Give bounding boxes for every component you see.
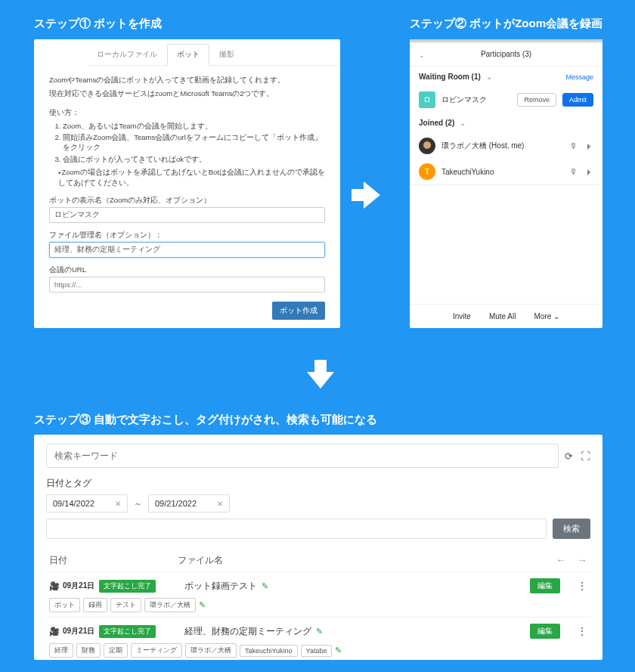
howto-list: Zoom、あるいはTeamの会議を開始します。 開始済みZoom会議、Teams… [49,121,325,164]
remove-button[interactable]: Remove [517,93,556,107]
chevron-down-icon: ⌄ [486,73,492,81]
tag[interactable]: テスト [110,598,141,612]
mute-all-button[interactable]: Mute All [489,312,516,321]
filename-input[interactable] [49,242,325,258]
search-keyword-input[interactable] [46,444,559,468]
tab-local-file[interactable]: ローカルファイル [87,44,167,65]
row-date: 09月21日 [63,626,94,636]
more-button[interactable]: More ⌄ [534,312,559,321]
clear-icon[interactable]: ✕ [217,500,223,508]
arrow-right-icon [364,181,380,209]
edit-icon[interactable]: ✎ [262,581,268,591]
tag[interactable]: 財務 [76,643,101,658]
joined-label: Joined (2) [419,119,454,127]
prev-icon[interactable]: ← [556,554,566,567]
list-header: 日付 ファイル名 ← → [46,550,590,571]
mic-icon[interactable]: 🎙 [569,141,578,150]
url-label: 会議のURL [49,265,325,275]
file-title[interactable]: 経理、財務の定期ミーティング ✎ [184,625,323,638]
edit-button[interactable]: 編集 [530,624,560,639]
mic-icon[interactable]: 🎙 [569,167,578,176]
botname-input[interactable] [49,207,325,223]
howto-item: 開始済みZoom会議、Teams会議のurlをフォームにコピーして「ボット作成」… [63,132,325,153]
avatar [419,138,435,154]
tag[interactable]: 定期 [104,643,128,658]
clear-icon[interactable]: ✕ [115,500,121,508]
participants-title: Participants (3) [481,50,531,58]
more-icon[interactable]: ⋮ [577,580,587,592]
tag-row: ボット録画テスト環ラボ／大橋 ✎ [49,598,587,612]
video-icon[interactable]: ⏵ [585,167,593,176]
tilde: ～ [134,498,142,509]
more-icon[interactable]: ⋮ [577,625,587,637]
step3-card: ⟳ ⛶ 日付とタグ 09/14/2022 ✕ ～ 09/21/2022 ✕ 検索… [34,435,602,660]
video-icon: 🎥 [49,581,60,591]
date-to-value: 09/21/2022 [155,499,197,508]
fullscreen-icon[interactable]: ⛶ [581,451,590,462]
status-badge: 文字起こし完了 [99,580,156,593]
search-button[interactable]: 検索 [553,519,590,539]
joined-participant-row: T TakeuchiYukino 🎙⏵ [410,159,602,184]
arrow-down-icon [307,372,334,389]
create-bot-button[interactable]: ボット作成 [272,302,325,320]
file-title[interactable]: ボット録画テスト ✎ [184,580,268,593]
date-tag-label: 日付とタグ [46,477,590,490]
url-input[interactable] [49,277,325,293]
video-icon: 🎥 [49,627,60,636]
tag-filter-input[interactable] [46,519,547,539]
edit-button[interactable]: 編集 [530,578,560,593]
howto-sub: Zoomの場合はボットを承認してあげないとBotは会議に入れませんので承認をして… [49,167,325,189]
date-to-input[interactable]: 09/21/2022 ✕ [148,494,230,513]
howto-label: 使い方： [49,107,325,118]
tag-row: 経理財務定期ミーティング環ラボ／大橋TakeuchiYukinoYatabe ✎ [49,643,587,658]
step1-title: ステップ① ボットを作成 [34,17,162,31]
next-icon[interactable]: → [577,554,587,567]
step2-title: ステップ② ボットがZoom会議を録画 [410,17,602,31]
invite-button[interactable]: Invite [453,312,471,321]
tab-bot[interactable]: ボット [167,44,209,66]
date-from-input[interactable]: 09/14/2022 ✕ [46,494,128,513]
step1-card: ローカルファイル ボット 撮影 ZoomやTeamsの会議にボットが入ってきて動… [34,39,340,328]
tag[interactable]: TakeuchiYukino [240,645,298,657]
participant-name: ロビンマスク [441,94,511,105]
chevron-down-icon: ⌄ [553,312,559,321]
status-badge: 文字起こし完了 [99,625,156,638]
row-date: 09月21日 [63,581,94,591]
tag[interactable]: 環ラボ／大橋 [185,643,237,658]
edit-tags-icon[interactable]: ✎ [335,646,342,655]
chevron-down-icon[interactable]: ⌄ [419,51,425,59]
tag[interactable]: ボット [49,598,80,612]
column-date: 日付 [49,554,178,567]
edit-icon[interactable]: ✎ [316,627,323,636]
message-link[interactable]: Message [565,73,593,81]
intro-text-1: ZoomやTeamsの会議にボットが入ってきて動画を記録してくれます。 [49,75,325,85]
tag[interactable]: 環ラボ／大橋 [144,598,196,612]
tag[interactable]: ミーティング [131,643,182,658]
waiting-room-section[interactable]: Waiting Room (1) ⌄ Message [410,67,602,87]
participants-footer: Invite Mute All More ⌄ [410,304,602,328]
edit-tags-icon[interactable]: ✎ [199,600,206,610]
participant-name: 環ラボ／大橋 (Host, me) [441,141,563,151]
howto-item: Zoom、あるいはTeamの会議を開始します。 [63,121,325,131]
tag[interactable]: 経理 [49,643,73,658]
tab-record[interactable]: 撮影 [209,44,244,65]
intro-text-2: 現在対応できる会議サービスはzoomとMicrosoft Teamsの2つです。 [49,88,325,99]
step1-body: ZoomやTeamsの会議にボットが入ってきて動画を記録してくれます。 現在対応… [34,66,340,302]
admit-button[interactable]: Admit [562,93,593,107]
step3-title: ステップ③ 自動で文字おこし、タグ付けがされ、検索も可能になる [34,413,377,427]
joined-participant-row: 環ラボ／大橋 (Host, me) 🎙⏵ [410,133,602,159]
list-row: 🎥 09月21日 文字起こし完了 ボット録画テスト ✎ 編集 ⋮ ボット録画テス… [46,571,590,617]
avatar: T [419,163,435,180]
list-row: 🎥 09月21日 文字起こし完了 経理、財務の定期ミーティング ✎ 編集 ⋮ 経… [46,617,590,662]
date-from-value: 09/14/2022 [53,499,94,508]
waiting-room-label: Waiting Room (1) [419,73,481,81]
joined-section[interactable]: Joined (2) ⌄ [410,113,602,133]
column-filename: ファイル名 [178,554,556,567]
chevron-down-icon: ⌄ [460,119,466,127]
video-icon[interactable]: ⏵ [585,141,593,150]
tag[interactable]: Yatabe [301,645,333,657]
refresh-icon[interactable]: ⟳ [565,451,573,462]
participant-name: TakeuchiYukino [441,168,563,176]
waiting-participant-row: ロ ロビンマスク Remove Admit [410,87,602,113]
tag[interactable]: 録画 [83,598,107,612]
